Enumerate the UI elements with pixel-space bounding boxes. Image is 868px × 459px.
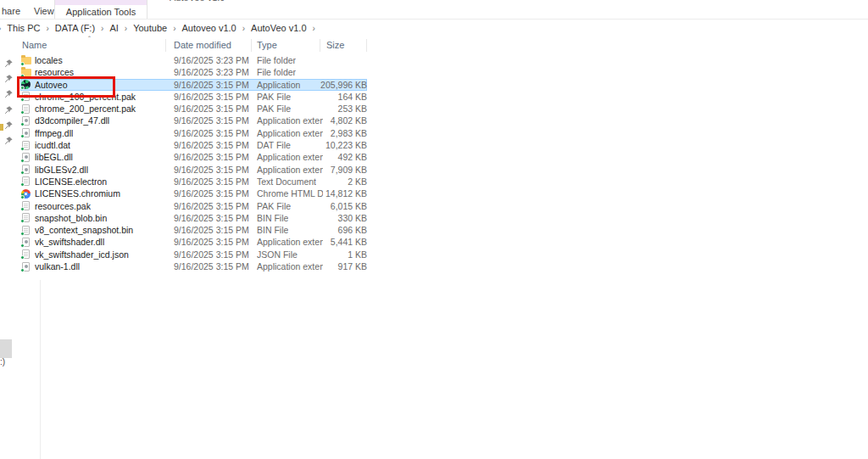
file-row[interactable]: resources9/16/2025 3:23 PMFile folder [20,66,367,78]
file-date-modified: 9/16/2025 3:15 PM [174,152,249,162]
breadcrumb-item[interactable]: AutoVeo v1.0 [251,23,306,33]
file-date-modified: 9/16/2025 3:15 PM [174,128,249,138]
breadcrumb-item[interactable]: AI [109,23,118,33]
file-row[interactable]: chrome_100_percent.pak9/16/2025 3:15 PMP… [20,91,367,103]
status-badge-icon [20,122,25,126]
status-badge-icon [20,195,25,199]
breadcrumb-separator-icon[interactable]: › [125,24,127,33]
status-badge-icon [20,110,25,115]
file-icon [21,176,31,186]
file-date-modified: 9/16/2025 3:15 PM [174,92,249,102]
status-badge-icon [20,243,25,248]
file-icon [21,213,31,222]
file-date-modified: 9/16/2025 3:23 PM [174,67,249,77]
file-size: 10,223 KB [288,140,367,150]
column-divider[interactable] [251,39,252,52]
file-row[interactable]: icudtl.dat9/16/2025 3:15 PMDAT File10,22… [20,139,367,151]
breadcrumb-separator-icon[interactable]: › [173,24,175,33]
pinned-item-pin-icon[interactable] [4,136,14,145]
file-name: resources [35,67,74,77]
file-size: 164 KB [288,92,367,102]
file-row[interactable]: resources.pak9/16/2025 3:15 PMPAK File6,… [20,200,367,212]
chrome-icon [21,189,31,199]
file-row[interactable]: vk_swiftshader_icd.json9/16/2025 3:15 PM… [20,249,367,260]
file-row[interactable]: vulkan-1.dll9/16/2025 3:15 PMApplication… [20,260,367,272]
background-window-edge [40,280,41,459]
column-divider[interactable] [165,39,166,52]
column-header-size[interactable]: Size [326,40,344,50]
file-size: 2 KB [288,176,367,187]
file-type: File folder [257,55,296,65]
file-name: locales [35,55,63,65]
pinned-item-pin-icon[interactable] [4,89,14,98]
file-row[interactable]: chrome_200_percent.pak9/16/2025 3:15 PMP… [20,103,367,115]
breadcrumb-item[interactable]: Youtube [133,23,167,33]
file-type: File folder [257,67,296,77]
pinned-item-pin-icon[interactable] [4,105,14,115]
file-name: vk_swiftshader_icd.json [35,249,129,260]
file-row-selected[interactable]: Autoveo9/16/2025 3:15 PMApplication205,9… [20,79,367,91]
file-type: PAK File [257,92,291,102]
column-header-name[interactable]: Name [22,40,47,50]
file-row[interactable]: locales9/16/2025 3:23 PMFile folder [20,54,367,66]
app-icon [21,80,31,89]
breadcrumb-item[interactable]: This PC [7,23,40,33]
file-row[interactable]: libEGL.dll9/16/2025 3:15 PMApplication e… [20,151,367,163]
file-row[interactable]: LICENSE.electron9/16/2025 3:15 PMText Do… [20,176,367,188]
breadcrumb[interactable]: › This PC›DATA (F:)›AI›Youtube›Autoveo v… [0,20,868,36]
breadcrumb-separator-icon[interactable]: › [46,24,48,33]
file-row[interactable]: vk_swiftshader.dll9/16/2025 3:15 PMAppli… [20,236,367,248]
file-row[interactable]: d3dcompiler_47.dll9/16/2025 3:15 PMAppli… [20,115,367,126]
file-size: 6,015 KB [288,201,367,211]
status-badge-icon [20,207,25,211]
file-size: 14,812 KB [288,188,367,199]
file-row[interactable]: snapshot_blob.bin9/16/2025 3:15 PMBIN Fi… [20,212,367,224]
column-header-type[interactable]: Type [257,40,277,50]
pinned-item-pin-icon[interactable] [4,74,14,83]
column-header-date-modified[interactable]: Date modified [174,40,231,50]
breadcrumb-item[interactable]: Autoveo v1.0 [182,23,236,33]
file-type: BIN File [257,225,288,235]
file-explorer-window: hare View Application Tools AutoVeo v1.0… [0,0,868,459]
status-badge-icon [20,159,25,163]
file-icon [21,92,31,101]
dll-icon [21,262,31,271]
tab-share[interactable]: hare [2,6,20,16]
file-row[interactable]: libGLESv2.dll9/16/2025 3:15 PMApplicatio… [20,164,367,176]
file-row[interactable]: v8_context_snapshot.bin9/16/2025 3:15 PM… [20,224,367,236]
sort-ascending-icon: ˆ [88,35,91,43]
file-size: 205,996 KB [288,80,367,90]
file-date-modified: 9/16/2025 3:23 PM [174,55,249,65]
file-date-modified: 9/16/2025 3:15 PM [174,237,249,247]
status-badge-icon [20,182,25,187]
file-name: icudtl.dat [35,140,70,150]
file-name: LICENSE.electron [35,176,107,187]
file-name: d3dcompiler_47.dll [35,115,109,126]
file-name: LICENSES.chromium [35,188,120,199]
breadcrumb-separator-icon[interactable]: › [313,24,315,33]
column-divider[interactable] [366,39,367,52]
file-list: locales9/16/2025 3:23 PMFile folderresou… [20,54,367,272]
contextual-tab-accent-strip [55,0,147,5]
file-row[interactable]: LICENSES.chromium9/16/2025 3:15 PMChrome… [20,188,367,199]
file-date-modified: 9/16/2025 3:15 PM [174,176,249,187]
tab-view[interactable]: View [34,6,54,16]
status-badge-icon [20,62,25,66]
dll-icon [21,238,31,247]
breadcrumb-item[interactable]: DATA (F:) [55,23,95,33]
pinned-item-pin-icon[interactable] [4,120,14,130]
file-name: vk_swiftshader.dll [35,237,104,247]
pinned-item-pin-icon[interactable] [4,59,14,68]
file-name: libEGL.dll [35,152,73,162]
tab-application-tools[interactable]: Application Tools [54,0,147,19]
status-badge-icon [20,171,25,175]
file-row[interactable]: ffmpeg.dll9/16/2025 3:15 PMApplication e… [20,127,367,139]
status-badge-icon [20,86,25,90]
file-date-modified: 9/16/2025 3:15 PM [174,201,249,211]
file-size: 917 KB [288,261,367,271]
status-badge-icon [20,255,25,260]
cropped-folder-icon [0,124,3,131]
column-divider[interactable] [320,39,320,52]
breadcrumb-separator-icon[interactable]: › [242,24,245,33]
breadcrumb-separator-icon[interactable]: › [101,24,103,33]
